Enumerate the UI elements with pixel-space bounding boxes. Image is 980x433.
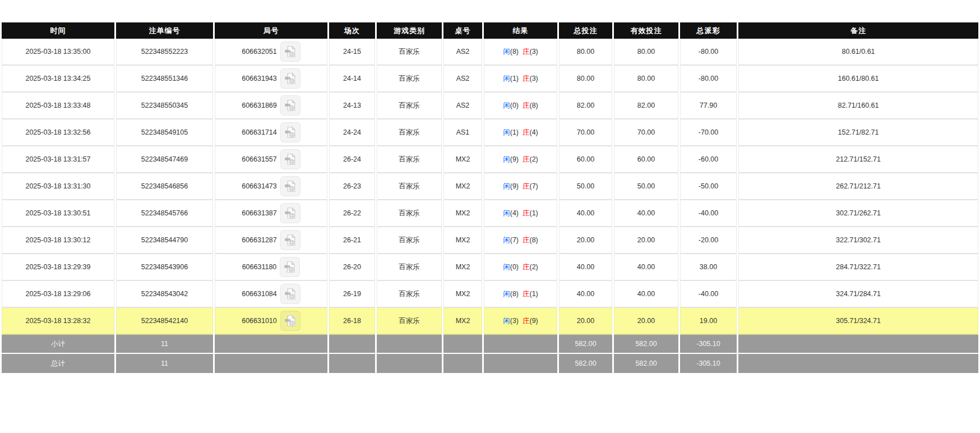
video-replay-button[interactable] — [280, 176, 301, 196]
summary-total-bet: 582.00 — [559, 354, 612, 373]
round-id-wrap: 606631869 — [215, 95, 327, 116]
table-row[interactable]: 2025-03-18 13:29:06522348543042606631084… — [2, 281, 978, 308]
round-number: 606632051 — [242, 48, 277, 56]
cell-session: 26-23 — [329, 173, 375, 200]
cell-time: 2025-03-18 13:34:25 — [2, 66, 114, 93]
cell-remark: 302.71/262.71 — [738, 200, 978, 227]
table-row[interactable]: 2025-03-18 13:32:56522348549105606631714… — [2, 119, 978, 146]
video-replay-button[interactable] — [280, 257, 300, 277]
cell-round-id: 606631387 — [215, 200, 327, 227]
cell-round-id: 606631084 — [215, 281, 327, 308]
column-header-label: 局号 — [264, 26, 279, 35]
table-row[interactable]: 2025-03-18 13:31:30522348546856606631473… — [2, 173, 978, 200]
cell-session: 24-13 — [329, 93, 375, 119]
round-id-wrap: 606631473 — [215, 176, 327, 196]
cell-time: 2025-03-18 13:31:57 — [2, 146, 114, 173]
video-replay-icon — [284, 45, 297, 58]
result-banker-score: (3) — [530, 75, 538, 82]
result-player-score: (0) — [510, 263, 519, 271]
cell-remark: 324.71/284.71 — [738, 281, 978, 308]
summary-empty-cell — [443, 354, 482, 373]
result-player-label: 闲 — [503, 182, 510, 190]
cell-round-id: 606631287 — [215, 227, 327, 254]
cell-remark: 80.61/0.61 — [738, 39, 978, 66]
table-row[interactable]: 2025-03-18 13:34:25522348551346606631943… — [2, 66, 978, 93]
summary-empty-cell — [329, 354, 375, 373]
video-replay-button[interactable] — [280, 122, 301, 142]
round-number: 606631869 — [242, 102, 277, 109]
cell-time: 2025-03-18 13:31:30 — [2, 173, 114, 200]
cell-game-type: 百家乐 — [377, 173, 442, 200]
bet-records-page: 时间注单编号局号场次游戏类别桌号结果总投注有效投注总派彩备注 2025-03-1… — [0, 0, 980, 373]
cell-table-no: AS2 — [443, 93, 482, 119]
cell-table-no: MX2 — [443, 254, 482, 281]
column-header-label: 结果 — [513, 26, 529, 35]
table-row[interactable]: 2025-03-18 13:30:12522348544790606631287… — [2, 227, 978, 254]
cell-bet-id: 522348542140 — [116, 308, 213, 335]
summary-empty-cell — [377, 354, 442, 373]
summary-payout: -305.10 — [680, 335, 737, 354]
cell-bet-id: 522348550345 — [116, 93, 213, 119]
round-id-wrap: 606631943 — [215, 68, 327, 89]
video-replay-button[interactable] — [280, 42, 301, 62]
cell-table-no: MX2 — [443, 146, 482, 173]
video-replay-button[interactable] — [280, 149, 301, 169]
result-player-label: 闲 — [503, 75, 510, 82]
cell-time: 2025-03-18 13:30:51 — [2, 200, 114, 227]
result-banker-label: 庄 — [523, 102, 530, 109]
cell-valid-bet: 60.00 — [614, 146, 678, 173]
cell-valid-bet: 80.00 — [614, 66, 678, 93]
cell-result: 闲(0)庄(2) — [484, 254, 557, 281]
cell-payout: -50.00 — [680, 173, 737, 200]
cell-valid-bet: 82.00 — [614, 93, 678, 119]
table-row[interactable]: 2025-03-18 13:31:57522348547469606631557… — [2, 146, 978, 173]
table-header: 时间注单编号局号场次游戏类别桌号结果总投注有效投注总派彩备注 — [2, 22, 978, 39]
video-replay-button[interactable] — [280, 203, 301, 223]
cell-round-id: 606632051 — [215, 39, 327, 66]
video-replay-button[interactable] — [280, 230, 301, 250]
cell-session: 26-24 — [329, 146, 375, 173]
cell-session: 24-24 — [329, 119, 375, 146]
cell-bet-id: 522348543906 — [116, 254, 213, 281]
column-header-label: 总派彩 — [697, 26, 720, 35]
video-replay-icon — [284, 72, 297, 85]
cell-valid-bet: 40.00 — [614, 200, 678, 227]
table-row[interactable]: 2025-03-18 13:33:48522348550345606631869… — [2, 93, 978, 119]
round-number: 606631180 — [242, 263, 277, 271]
round-number: 606631943 — [242, 75, 277, 82]
summary-empty-cell — [377, 335, 442, 354]
table-row[interactable]: 2025-03-18 13:29:39522348543906606631180… — [2, 254, 978, 281]
result-player-label: 闲 — [503, 263, 510, 271]
result-banker-score: (4) — [530, 128, 538, 136]
column-header-session: 场次 — [329, 22, 375, 39]
cell-payout: 19.00 — [680, 308, 737, 335]
result-banker-label: 庄 — [523, 290, 530, 298]
cell-result: 闲(4)庄(1) — [484, 200, 557, 227]
video-replay-button[interactable] — [280, 284, 301, 304]
table-row[interactable]: 2025-03-18 13:30:51522348545766606631387… — [2, 200, 978, 227]
cell-payout: 38.00 — [680, 254, 737, 281]
table-row[interactable]: 2025-03-18 13:35:00522348552223606632051… — [2, 39, 978, 66]
result-player-score: (1) — [510, 75, 519, 82]
round-number: 606631010 — [242, 317, 277, 325]
cell-total-bet: 40.00 — [559, 254, 612, 281]
video-replay-button[interactable] — [280, 311, 301, 331]
table-row[interactable]: 2025-03-18 13:28:32522348542140606631010… — [2, 308, 978, 335]
video-replay-button[interactable] — [280, 68, 301, 89]
cell-round-id: 606631943 — [215, 66, 327, 93]
cell-table-no: AS1 — [443, 119, 482, 146]
cell-remark: 322.71/302.71 — [738, 227, 978, 254]
cell-round-id: 606631869 — [215, 93, 327, 119]
summary-count: 11 — [116, 354, 213, 373]
bet-records-table: 时间注单编号局号场次游戏类别桌号结果总投注有效投注总派彩备注 2025-03-1… — [0, 22, 980, 373]
cell-valid-bet: 80.00 — [614, 39, 678, 66]
video-replay-icon — [284, 314, 297, 328]
cell-remark: 152.71/82.71 — [738, 119, 978, 146]
cell-time: 2025-03-18 13:29:39 — [2, 254, 114, 281]
video-replay-icon — [284, 206, 297, 220]
video-replay-button[interactable] — [280, 95, 301, 116]
column-header-bet-id: 注单编号 — [116, 22, 213, 39]
result-banker-label: 庄 — [523, 155, 530, 163]
result-banker-score: (1) — [530, 209, 538, 217]
round-id-wrap: 606631557 — [215, 149, 327, 169]
